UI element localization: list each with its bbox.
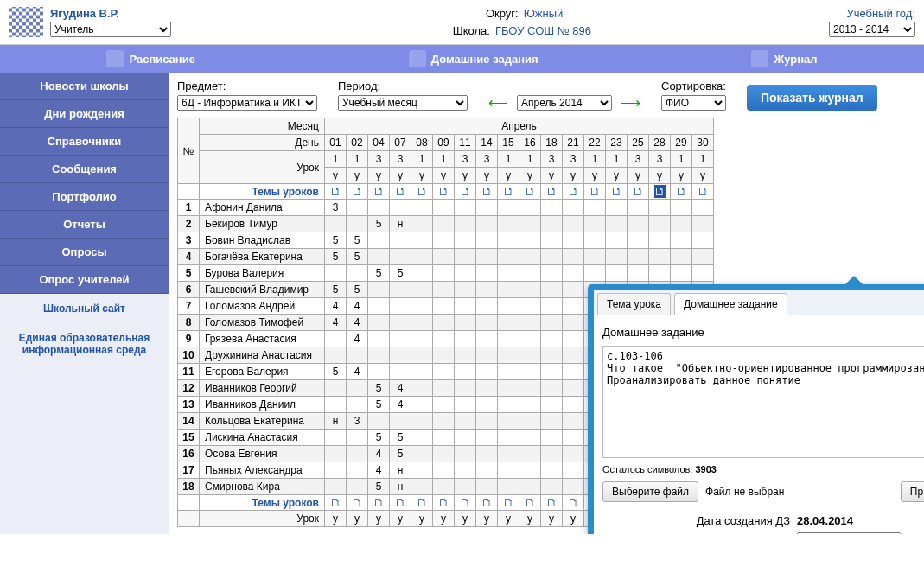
mark-cell[interactable]: 5	[347, 249, 368, 265]
mark-cell[interactable]	[541, 315, 563, 331]
mark-cell[interactable]	[606, 200, 628, 216]
document-icon[interactable]: 🗋	[568, 185, 579, 198]
mark-cell[interactable]: 4	[390, 397, 411, 413]
mark-cell[interactable]	[368, 364, 390, 380]
mark-cell[interactable]	[411, 249, 433, 265]
mark-cell[interactable]	[563, 364, 584, 380]
mark-cell[interactable]: 5	[368, 265, 390, 282]
mark-cell[interactable]	[563, 331, 584, 347]
mark-cell[interactable]	[325, 347, 347, 364]
mark-cell[interactable]	[692, 216, 714, 232]
document-icon[interactable]: 🗋	[525, 185, 536, 198]
mark-cell[interactable]	[671, 265, 692, 282]
document-icon[interactable]: 🗋	[654, 185, 666, 198]
prev-month-arrow[interactable]: ⟵	[488, 94, 508, 111]
mark-cell[interactable]	[455, 232, 476, 249]
mark-cell[interactable]	[498, 265, 519, 282]
mark-cell[interactable]: 4	[347, 298, 368, 315]
mark-cell[interactable]	[325, 265, 347, 282]
mark-cell[interactable]	[368, 298, 390, 315]
mark-cell[interactable]	[433, 380, 455, 397]
due-date-select[interactable]: 05.05.2014 урок 3	[797, 532, 901, 534]
mark-cell[interactable]	[541, 364, 563, 380]
choose-file-button[interactable]: Выберите файл	[602, 481, 698, 502]
mark-cell[interactable]	[325, 380, 347, 397]
document-icon[interactable]: 🗋	[460, 496, 471, 509]
mark-cell[interactable]	[455, 331, 476, 347]
mark-cell[interactable]	[649, 249, 671, 265]
mark-cell[interactable]	[347, 479, 368, 495]
tab-lesson-topic[interactable]: Тема урока	[597, 293, 671, 315]
next-month-arrow[interactable]: ⟶	[621, 94, 640, 111]
attach-file-button[interactable]: Прикрепить файл	[901, 481, 924, 502]
mark-cell[interactable]	[671, 232, 692, 249]
mark-cell[interactable]	[519, 315, 541, 331]
mark-cell[interactable]	[368, 200, 390, 216]
mark-cell[interactable]	[390, 413, 411, 430]
mark-cell[interactable]	[476, 347, 498, 364]
mark-cell[interactable]	[347, 380, 368, 397]
mark-cell[interactable]	[455, 347, 476, 364]
mark-cell[interactable]	[476, 298, 498, 315]
mark-cell[interactable]	[563, 413, 584, 430]
mark-cell[interactable]	[692, 265, 714, 282]
mark-cell[interactable]	[433, 347, 455, 364]
mark-cell[interactable]	[390, 347, 411, 364]
mark-cell[interactable]	[563, 232, 584, 249]
role-select[interactable]: Учитель	[50, 22, 171, 37]
mark-cell[interactable]	[498, 282, 519, 298]
mark-cell[interactable]	[584, 216, 606, 232]
mark-cell[interactable]	[411, 430, 433, 446]
document-icon[interactable]: 🗋	[460, 185, 471, 198]
mark-cell[interactable]	[541, 446, 563, 462]
mark-cell[interactable]	[433, 298, 455, 315]
mark-cell[interactable]	[411, 413, 433, 430]
mark-cell[interactable]	[541, 200, 563, 216]
period-select[interactable]: Учебный месяц	[338, 95, 468, 111]
sidebar-item-reports[interactable]: Отчеты	[0, 211, 169, 239]
mark-cell[interactable]	[498, 331, 519, 347]
mark-cell[interactable]	[411, 347, 433, 364]
mark-cell[interactable]	[498, 216, 519, 232]
nav-schedule[interactable]: Расписание	[106, 50, 195, 67]
mark-cell[interactable]	[368, 347, 390, 364]
mark-cell[interactable]	[368, 282, 390, 298]
mark-cell[interactable]	[541, 397, 563, 413]
mark-cell[interactable]	[563, 298, 584, 315]
mark-cell[interactable]	[411, 200, 433, 216]
mark-cell[interactable]	[390, 200, 411, 216]
mark-cell[interactable]	[347, 200, 368, 216]
mark-cell[interactable]	[476, 430, 498, 446]
mark-cell[interactable]	[476, 380, 498, 397]
mark-cell[interactable]: 5	[390, 265, 411, 282]
mark-cell[interactable]: 5	[368, 479, 390, 495]
mark-cell[interactable]	[368, 249, 390, 265]
mark-cell[interactable]	[476, 364, 498, 380]
mark-cell[interactable]	[584, 249, 606, 265]
mark-cell[interactable]	[498, 364, 519, 380]
document-icon[interactable]: 🗋	[395, 496, 406, 509]
mark-cell[interactable]	[519, 265, 541, 282]
sidebar-link-edu-env[interactable]: Единая образовательная информационная ср…	[0, 323, 169, 365]
sidebar-item-reference[interactable]: Справочники	[0, 128, 169, 156]
mark-cell[interactable]: 5	[390, 446, 411, 462]
mark-cell[interactable]	[584, 232, 606, 249]
nav-journal[interactable]: Журнал	[751, 50, 817, 67]
document-icon[interactable]: 🗋	[352, 496, 363, 509]
document-icon[interactable]: 🗋	[438, 185, 449, 198]
month-select[interactable]: Апрель 2014	[517, 95, 612, 111]
mark-cell[interactable]	[455, 446, 476, 462]
mark-cell[interactable]	[390, 331, 411, 347]
themes-link[interactable]: Темы уроков	[200, 184, 325, 200]
mark-cell[interactable]	[433, 364, 455, 380]
mark-cell[interactable]	[541, 331, 563, 347]
sidebar-item-news[interactable]: Новости школы	[0, 73, 169, 100]
mark-cell[interactable]	[519, 462, 541, 479]
mark-cell[interactable]: 5	[325, 232, 347, 249]
mark-cell[interactable]	[628, 265, 649, 282]
sidebar-item-teacher-poll[interactable]: Опрос учителей	[0, 266, 169, 294]
mark-cell[interactable]	[411, 364, 433, 380]
mark-cell[interactable]: 4	[325, 298, 347, 315]
mark-cell[interactable]	[455, 430, 476, 446]
mark-cell[interactable]	[476, 265, 498, 282]
